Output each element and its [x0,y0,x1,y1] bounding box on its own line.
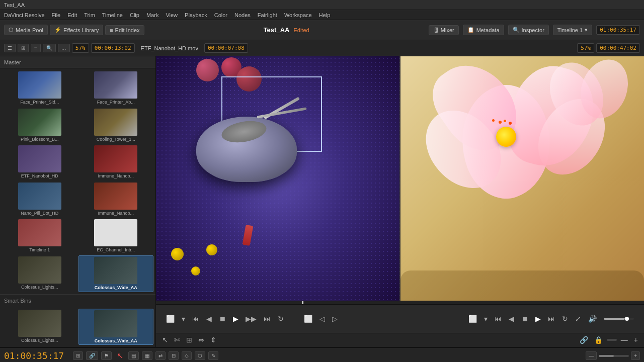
menu-mark[interactable]: Mark [146,12,158,18]
cut-tool-button[interactable]: ✄ [172,334,182,346]
menu-timeline[interactable]: Timeline [102,12,123,18]
tl-btn6[interactable]: ⬡ [195,351,205,360]
tl-btn5[interactable]: ◇ [182,351,192,360]
effects-library-button[interactable]: ⚡ Effects Library [50,25,103,35]
grid-view-button[interactable]: ⊞ [18,44,29,52]
left-viewer-controls: ⬜ ▾ ⏮ ◀ ⏹ ▶ ▶▶ ⏭ ↻ ⬜ ◁ ▷ [164,313,340,325]
menu-file[interactable]: File [52,12,61,18]
thumb-image [18,219,61,246]
metadata-button[interactable]: 📋 Metadata [463,25,504,35]
timeline-dropdown-button[interactable]: Timeline 1 ▾ [553,25,592,35]
lock-button[interactable]: 🔒 [592,334,605,346]
slide-tool-button[interactable]: ⇕ [208,334,218,346]
timeline-toolbar: 01:00:35:17 ⊞ 🔗 ⚑ ↖ ▤ ▦ ⇄ ⊟ ◇ ⬡ ✎ — + [0,348,644,362]
viewer-chevron[interactable]: ▾ [180,313,187,325]
zoom-out-button[interactable]: — [619,334,630,346]
media-thumb-colossus-wide[interactable]: Colossus_Wide_AA [78,309,154,345]
loop-btn-r[interactable]: ↻ [560,313,570,325]
play-button[interactable]: ▶ [231,313,240,325]
prev-frame-button[interactable]: ◀ [204,313,214,325]
volume-handle[interactable] [625,317,629,321]
edit-zoom-slider[interactable] [607,339,617,341]
media-thumb-colossus-lights[interactable]: Colossus_Lights... [2,309,77,345]
zoom-in-button[interactable]: + [632,334,640,346]
skip-forward-button[interactable]: ⏭ [262,313,273,325]
media-thumb-colossus-lights[interactable]: Colossus_Lights... [2,255,77,293]
mark-out-button[interactable]: ▷ [330,313,340,325]
tl-btn3[interactable]: ⇄ [155,351,166,360]
search-button[interactable]: 🔍 [43,44,56,52]
tl-btn4[interactable]: ⊟ [169,351,179,360]
media-thumb-immune-nanob2[interactable]: Immune_Nanob... [78,182,154,218]
media-grid: Face_Printer_Sid... Face_Printer_Ab... P… [0,68,155,294]
media-thumb-etf-nanobot-hd[interactable]: ETF_Nanobot_HD [2,144,77,180]
tl-btn7[interactable]: ✎ [208,351,218,360]
fullscreen-button[interactable]: ⤢ [573,313,583,325]
link-button[interactable]: 🔗 [578,334,590,346]
media-thumb-cooling-tower-1[interactable]: Cooling_Tower_1... [78,108,154,144]
skip-back-btn-r[interactable]: ⏮ [493,313,504,325]
view-mode-button[interactable]: ☰ [4,44,16,52]
menu-trim[interactable]: Trim [84,12,95,18]
trim-tool-button[interactable]: ⊞ [184,334,194,346]
stop-btn-r[interactable]: ⏹ [519,313,530,325]
loop-button[interactable]: ↻ [276,313,286,325]
thumb-image [94,219,137,246]
media-thumb-face-printer-sid[interactable]: Face_Printer_Sid... [2,70,77,107]
menu-edit[interactable]: Edit [67,12,77,18]
viewer-mode-button[interactable]: ⬜ [164,313,177,325]
skip-back-button[interactable]: ⏮ [190,313,201,325]
media-thumb-nano-pill-bot-hd[interactable]: Nano_Pill_Bot_HD [2,182,77,218]
thumb-image [94,109,137,136]
select-tool-button[interactable]: ↖ [160,334,170,346]
inspector-button[interactable]: 🔍 Inspector [508,25,549,35]
zoom-plus-button[interactable]: + [631,351,640,360]
preview-scrubber[interactable] [156,301,644,305]
menu-view[interactable]: View [166,12,178,18]
source-viewer[interactable] [156,56,400,301]
media-pool-button[interactable]: ⬡ Media Pool [4,25,48,35]
smart-bins-label: Smart Bins [0,294,155,307]
list-view-button[interactable]: ≡ [31,44,41,52]
menu-fairlight[interactable]: Fairlight [258,12,277,18]
media-thumb-pink-blossom-b[interactable]: Pink_Blossom_B... [2,108,77,144]
media-thumb-face-printer-ab[interactable]: Face_Printer_Ab... [78,70,154,107]
next-frame-btn-r[interactable]: ⏭ [546,313,557,325]
zoom-minus-button[interactable]: — [586,351,597,360]
edit-index-button[interactable]: ≡ Edit Index [105,25,144,35]
menu-workspace[interactable]: Workspace [284,12,312,18]
audio-button[interactable]: 🔊 [586,313,599,325]
timeline-zoom-slider[interactable] [599,355,629,357]
media-thumb-ec-channel-intr[interactable]: EC_Channel_Intr... [78,218,154,254]
mixer-icon: 🎛 [433,27,439,33]
prev-frame-btn-r[interactable]: ◀ [507,313,516,325]
effects-icon: ⚡ [54,27,61,33]
viewer-chevron-r[interactable]: ▾ [482,313,490,325]
program-viewer[interactable] [400,56,644,301]
link-clip-button[interactable]: 🔗 [86,351,98,360]
tl-btn2[interactable]: ▦ [142,351,152,360]
media-thumb-colossus-wide-aa[interactable]: Colossus_Wide_AA [78,255,154,293]
golden-ball-1 [171,248,184,260]
flag-button[interactable]: ⚑ [101,351,112,360]
stop-button[interactable]: ⏹ [217,313,228,325]
tl-btn1[interactable]: ▤ [128,351,139,360]
media-thumb-immune-nanob[interactable]: Immune_Nanob... [78,144,154,180]
menu-help[interactable]: Help [319,12,331,18]
viewer-mode-btn-r[interactable]: ⬜ [466,313,479,325]
options-button[interactable]: … [58,44,70,52]
menu-nodes[interactable]: Nodes [234,12,251,18]
mark-in-button[interactable]: ◁ [317,313,327,325]
slip-tool-button[interactable]: ⇔ [196,334,206,346]
media-thumb-timeline-1[interactable]: Timeline 1 [2,218,77,254]
menu-color[interactable]: Color [214,12,227,18]
crop-button[interactable]: ⬜ [302,313,314,325]
menu-clip[interactable]: Clip [130,12,139,18]
snap-button[interactable]: ⊞ [73,351,83,360]
top-toolbar: ⬡ Media Pool ⚡ Effects Library ≡ Edit In… [0,20,644,40]
play-btn-r[interactable]: ▶ [533,313,543,325]
menu-davinci-resolve[interactable]: DaVinci Resolve [4,12,45,18]
next-frame-button[interactable]: ▶▶ [244,313,259,325]
menu-playback[interactable]: Playback [185,12,207,18]
mixer-button[interactable]: 🎛 Mixer [429,25,459,35]
